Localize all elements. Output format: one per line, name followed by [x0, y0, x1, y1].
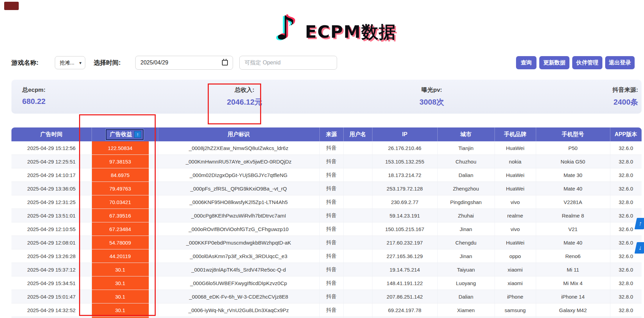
cell-city: Jinan [437, 249, 495, 263]
cell-ip: 18.173.214.72 [372, 168, 437, 182]
revenue-value: 67.23484 [92, 222, 149, 236]
table-row: 2025-04-29 14:10:1784.6975_000m02DIzgxOp… [11, 168, 642, 182]
stat-label: 抖音来源: [612, 86, 638, 94]
cell-time: 2025-04-29 13:58:41 [11, 317, 92, 318]
cell-source: 抖音 [319, 209, 343, 222]
cell-version: 32.6.0 [610, 182, 642, 195]
col-header-brand: 手机品牌 [495, 127, 536, 141]
col-header-city: 城市 [437, 127, 495, 141]
col-header-label: 广告收益 [110, 131, 132, 138]
cell-time: 2025-04-29 15:34:51 [11, 276, 92, 290]
cell-model: Nova 8 [536, 317, 610, 318]
game-select[interactable]: 抢滩... ▾ [55, 56, 85, 69]
cell-ip: 19.14.75.214 [372, 263, 437, 276]
cell-brand: HuaWei [495, 141, 536, 155]
cell-ip: 26.176.210.46 [372, 141, 437, 155]
update-data-button[interactable]: 更新数据 [539, 56, 569, 69]
sort-asc-icon: ↑ [134, 131, 141, 138]
openid-input[interactable]: 可指定 Openid [239, 56, 337, 70]
data-table: 广告时间广告收益↑用户标识来源用户名IP城市手机品牌手机型号APP版本 2025… [11, 127, 642, 318]
cell-time: 2025-04-29 13:26:28 [11, 249, 92, 263]
cell-version: 32.8.0 [610, 155, 642, 168]
stat-total-income: 总收入: 2046.12元 [199, 80, 290, 114]
revenue-value: 67.39516 [92, 209, 149, 222]
cell-city: Chengdu [437, 236, 495, 249]
cell-source: 抖音 [319, 182, 343, 195]
cell-openid: _000m02DIzgxOpGt-YUjSBGJYc7qtfleNG [158, 168, 319, 182]
page-title: ECPM数据 [305, 21, 396, 44]
game-name-label: 游戏名称: [11, 55, 38, 70]
cell-openid: _000KKFP0ebdPmuscmdwgkbBWzhpqtD-aK [158, 236, 319, 249]
table-row: 2025-04-29 13:36:0579.49763_000pFs_zfRSL… [11, 182, 642, 195]
cell-time: 2025-04-29 13:51:01 [11, 209, 92, 222]
cell-model: V21 [536, 222, 610, 236]
cell-version: 32.6.0 [610, 263, 642, 276]
revenue-value: 30.1 [92, 303, 149, 317]
table-row: 2025-04-29 12:25:5197.38153_000KmHwnnRU5… [11, 155, 642, 168]
cell-time: 2025-04-29 12:08:01 [11, 236, 92, 249]
cell-brand: HuaWei [495, 317, 536, 318]
logout-button[interactable]: 退出登录 [605, 56, 635, 69]
cell-username [343, 155, 372, 168]
cell-model: Mate 30 [536, 168, 610, 182]
query-button[interactable]: 查询 [516, 56, 536, 69]
cell-city: Zhuhai [437, 209, 495, 222]
table-header-row: 广告时间广告收益↑用户标识来源用户名IP城市手机品牌手机型号APP版本 [11, 127, 642, 141]
filter-bar: 游戏名称: 抢滩... ▾ 选择时间: 2025/04/29 可指定 Openi… [0, 55, 644, 70]
cell-model: iPhone 14 [536, 290, 610, 303]
cell-source: 抖音 [319, 263, 343, 276]
revenue-sort-button[interactable]: 广告收益↑ [106, 129, 144, 140]
table-row: 2025-04-29 13:51:0167.39516_000cPg8KEIhP… [11, 209, 642, 222]
stat-value: 680.22 [22, 97, 45, 106]
cell-time: 2025-04-29 12:31:25 [11, 195, 92, 209]
cell-openid: _000ol0AsKmn7p3if_xRx3i_3RDUqcC_e3 [158, 249, 319, 263]
cell-openid: _000G6lo5UWBEFXwygIfticdDIpKzvz0Cp [158, 276, 319, 290]
cell-ip: 207.86.251.142 [372, 290, 437, 303]
partner-manage-button[interactable]: 伙伴管理 [572, 56, 602, 69]
cell-model: Galaxy M42 [536, 303, 610, 317]
cell-openid: _000pFs_zfRSL_QPtG9kKxiO9Ba_-vt_rQ [158, 182, 319, 195]
cell-revenue: 54.78009 [92, 236, 158, 249]
table-row: 2025-04-29 15:12:56122.50834_0008j2hZ2XE… [11, 141, 642, 155]
cell-username [343, 141, 372, 155]
revenue-value: 44.20119 [92, 249, 149, 263]
date-input[interactable]: 2025/04/29 [135, 56, 233, 70]
game-select-value: 抢滩... [60, 60, 75, 66]
stat-douyin-source: 抖音来源: 2400条 [612, 80, 638, 114]
col-header-model: 手机型号 [536, 127, 610, 141]
cell-revenue: 30.1 [92, 290, 158, 303]
cell-openid: _000UTIoN-fCI82We6ge396g7X_d_S9Kfc [158, 317, 319, 318]
cell-username [343, 182, 372, 195]
cell-ip: 69.224.197.78 [372, 303, 437, 317]
cell-model: Mi Mix 4 [536, 276, 610, 290]
cell-source: 抖音 [319, 222, 343, 236]
cell-brand: nokia [495, 155, 536, 168]
cell-brand: oppo [495, 249, 536, 263]
calendar-icon[interactable] [222, 60, 228, 65]
cell-source: 抖音 [319, 276, 343, 290]
cell-openid: _0006-iyWq-Nk_rVnU2Gu8LDn3XaqCx9Pz [158, 303, 319, 317]
cell-model: P50 [536, 141, 610, 155]
cell-model: Reno6 [536, 249, 610, 263]
cell-time: 2025-04-29 13:36:05 [11, 182, 92, 195]
recording-badge [4, 2, 19, 10]
table-row: 2025-04-29 15:34:5130.1_000G6lo5UWBEFXwy… [11, 276, 642, 290]
cell-username [343, 209, 372, 222]
cell-revenue: 122.50834 [92, 141, 158, 155]
cell-openid: _0006KNF95HO8lkwsfyK2l5Zp1-LTN4Ah5 [158, 195, 319, 209]
cell-city: Chuzhou [437, 155, 495, 168]
cell-brand: iPhone [495, 290, 536, 303]
openid-placeholder: 可指定 Openid [244, 59, 281, 67]
cell-time: 2025-04-29 12:25:51 [11, 155, 92, 168]
col-header-source: 来源 [319, 127, 343, 141]
cell-username [343, 168, 372, 182]
cell-openid: _000KmHwnnRU57AYe_oKv5jwEO-0RDQjDz [158, 155, 319, 168]
cell-brand: xiaomi [495, 276, 536, 290]
cell-username [343, 263, 372, 276]
cell-model: Nokia G50 [536, 155, 610, 168]
table-row: 2025-04-29 12:10:5567.23484_000oROvIfBOt… [11, 222, 642, 236]
cell-ip: 230.69.2.77 [372, 195, 437, 209]
cell-revenue: 30.1 [92, 263, 158, 276]
cell-time: 2025-04-29 14:10:17 [11, 168, 92, 182]
table-row: 2025-04-29 15:37:1230.1_0001wzj8nlApTK4f… [11, 263, 642, 276]
